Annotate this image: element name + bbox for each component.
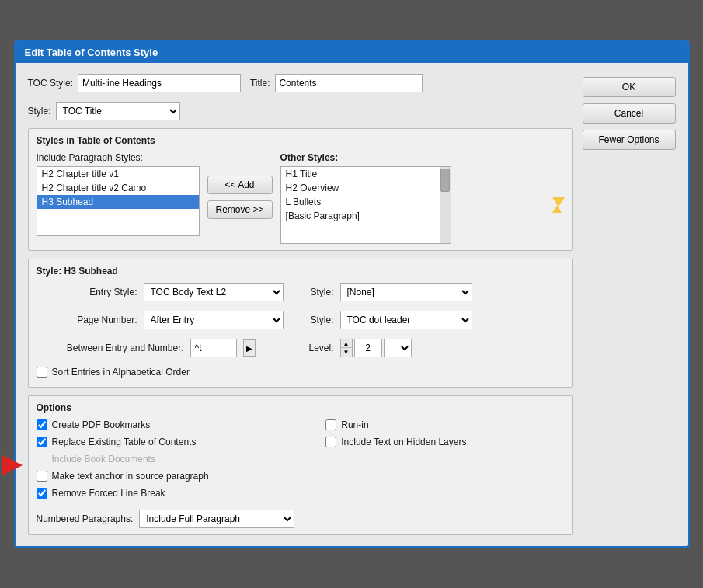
make-anchor-row: Make text anchor in source paragraph [37,471,295,482]
level-down-btn[interactable]: ▼ [341,348,352,357]
styles-panel: Styles in Table of Contents Include Para… [28,128,573,251]
styles-panel-title: Styles in Table of Contents [37,135,565,146]
run-in-row: Run-in [325,419,466,430]
include-book-label: Include Book Documents [52,454,155,464]
include-label: Include Paragraph Styles: [37,152,200,163]
pn-style-label: Style: [299,287,334,297]
list-item[interactable]: H2 Overview [281,181,440,195]
dialog-title: Edit Table of Contents Style [25,47,158,58]
toc-style-label: TOC Style: [28,78,73,89]
list-item[interactable]: [Basic Paragraph] [281,209,440,223]
between-arrow-btn[interactable]: ▶ [243,339,256,357]
between-style-select[interactable]: TOC dot leader [340,311,472,329]
ok-button[interactable]: OK [583,77,676,97]
list-item[interactable]: L Bullets [281,195,440,209]
make-anchor-label: Make text anchor in source paragraph [52,471,209,482]
page-number-label: Page Number: [37,315,137,325]
title-group: Title: [250,74,423,92]
entry-style-row: Entry Style: TOC Body Text L2 [37,283,284,301]
between-style-label: Style: [299,315,334,325]
level-select[interactable] [384,339,412,357]
main-content: TOC Style: Title: Style: TOC Title Style… [28,74,573,535]
run-in-label: Run-in [341,419,368,430]
create-pdf-row: Create PDF Bookmarks [37,419,295,430]
top-fields-row: TOC Style: Title: Style: TOC Title [28,74,573,120]
create-pdf-label: Create PDF Bookmarks [52,419,151,430]
page-number-select[interactable]: After Entry [144,311,284,329]
include-book-row: Include Book Documents [37,454,295,464]
remove-button[interactable]: Remove >> [207,200,273,219]
left-style-fields: Entry Style: TOC Body Text L2 Page Numbe… [37,283,284,381]
style-select[interactable]: TOC Title [56,102,180,120]
cancel-button[interactable]: Cancel [583,103,676,124]
options-panel: Options Create PDF Bookmarks Replace Exi… [28,395,573,535]
numbered-paragraphs-row: Numbered Paragraphs: Include Full Paragr… [37,510,295,528]
list-item[interactable]: H2 Chapter title v1 [37,167,199,181]
between-entry-row: Between Entry and Number: ▶ [37,339,284,357]
include-hidden-row: Include Text on Hidden Layers [325,437,466,447]
level-label: Level: [299,343,334,353]
include-book-checkbox[interactable] [37,454,47,464]
list-item[interactable]: H1 Title [281,167,440,181]
sort-entries-row: Sort Entries in Alphabetical Order [37,367,284,378]
options-title: Options [37,402,565,413]
list-item-selected[interactable]: H3 Subhead [37,195,199,209]
edit-toc-dialog: Edit Table of Contents Style TOC Style: … [14,40,690,548]
right-style-fields: Style: [None] Style: TOC dot leader [299,283,472,381]
style-group: Style: TOC Title [28,102,180,120]
between-label: Between Entry and Number: [37,343,184,353]
toc-styles-row: Include Paragraph Styles: H2 Chapter tit… [37,152,565,244]
cursor-indicator [552,197,565,214]
title-label: Title: [250,78,270,89]
replace-existing-row: Replace Existing Table of Contents [37,437,295,447]
toc-style-group: TOC Style: [28,74,241,92]
include-styles-list[interactable]: H2 Chapter title v1 H2 Chapter title v2 … [37,166,200,236]
toc-style-input[interactable] [78,74,241,92]
style-label: Style: [28,106,51,117]
add-remove-col: << Add Remove >> [207,152,273,219]
sort-entries-checkbox[interactable] [37,367,47,378]
page-number-row: Page Number: After Entry [37,311,284,329]
list-item[interactable]: H2 Chapter title v2 Camo [37,181,199,195]
level-row: Level: ▲ ▼ [299,339,472,357]
level-input[interactable] [354,339,382,357]
options-col-right: Run-in Include Text on Hidden Layers [325,419,466,528]
replace-existing-checkbox[interactable] [37,437,47,447]
include-hidden-checkbox[interactable] [325,437,336,447]
between-input[interactable] [190,339,237,357]
style-section-title: Style: H3 Subhead [37,266,565,277]
entry-style-select[interactable]: TOC Body Text L2 [144,283,284,301]
remove-forced-row: Remove Forced Line Break [37,488,295,499]
level-up-btn[interactable]: ▲ [341,339,352,348]
level-stepper[interactable]: ▲ ▼ [340,339,353,357]
level-control: ▲ ▼ [340,339,412,357]
options-columns: Create PDF Bookmarks Replace Existing Ta… [37,419,565,528]
make-anchor-checkbox[interactable] [37,471,47,482]
fewer-options-button[interactable]: Fewer Options [583,130,676,150]
red-arrow-indicator [2,455,23,475]
add-button[interactable]: << Add [207,176,273,194]
replace-existing-label: Replace Existing Table of Contents [52,437,197,447]
remove-forced-label: Remove Forced Line Break [52,488,165,499]
num-para-select[interactable]: Include Full Paragraph [139,510,294,528]
create-pdf-checkbox[interactable] [37,419,47,430]
entry-style-label: Entry Style: [37,287,137,297]
include-hidden-label: Include Text on Hidden Layers [341,437,466,447]
run-in-checkbox[interactable] [325,419,336,430]
other-styles-label: Other Styles: [280,152,545,163]
other-styles-list[interactable]: H1 Title H2 Overview L Bullets [Basic Pa… [280,166,451,244]
pn-style-select[interactable]: [None] [340,283,472,301]
other-styles-col: Other Styles: H1 Title H2 Overview L Bul… [280,152,545,244]
options-col-left: Create PDF Bookmarks Replace Existing Ta… [37,419,295,528]
num-para-label: Numbered Paragraphs: [37,513,134,524]
style-fields-layout: Entry Style: TOC Body Text L2 Page Numbe… [37,283,565,381]
style-section-panel: Style: H3 Subhead Entry Style: TOC Body … [28,259,573,388]
buttons-col: OK Cancel Fewer Options [583,74,676,535]
title-input[interactable] [275,74,423,92]
between-style-row: Style: TOC dot leader [299,311,472,329]
pn-style-row: Style: [None] [299,283,472,301]
remove-forced-checkbox[interactable] [37,488,47,499]
dialog-title-bar: Edit Table of Contents Style [16,42,688,63]
sort-entries-label: Sort Entries in Alphabetical Order [52,367,190,378]
